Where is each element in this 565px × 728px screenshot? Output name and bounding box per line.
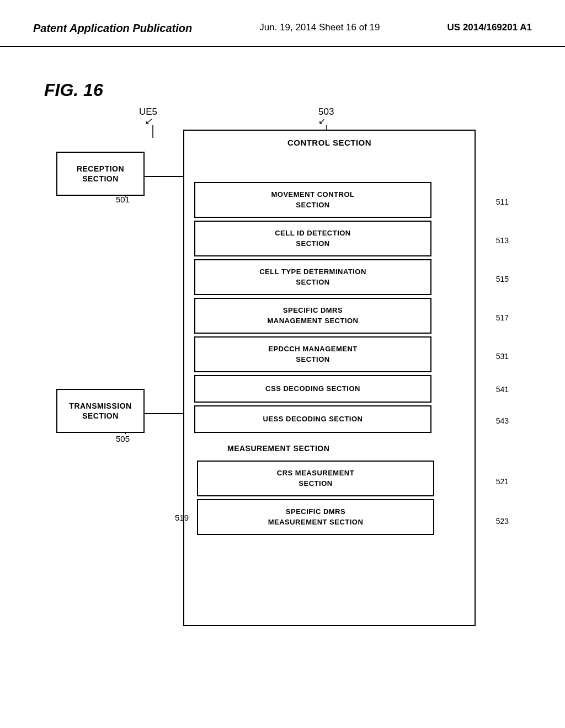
- main-content: FIG. 16: [0, 47, 565, 709]
- num-511: 511: [496, 197, 509, 206]
- num-531: 531: [496, 352, 509, 361]
- crs-measurement-section-box: CRS MEASUREMENT SECTION: [197, 461, 434, 496]
- num-517: 517: [496, 313, 509, 322]
- page-header: Patent Application Publication Jun. 19, …: [0, 0, 565, 47]
- num-505-label: 505: [116, 434, 130, 443]
- num-543: 543: [496, 416, 509, 425]
- specific-dmrs-measurement-section-box: SPECIFIC DMRS MEASUREMENT SECTION: [197, 499, 434, 535]
- num-513: 513: [496, 236, 509, 245]
- header-publication-label: Patent Application Publication: [33, 22, 192, 35]
- cell-type-determination-section-box: CELL TYPE DETERMINATION SECTION: [194, 259, 431, 295]
- ue5-arrow: ↙: [145, 116, 152, 126]
- header-date-sheet: Jun. 19, 2014 Sheet 16 of 19: [259, 22, 380, 33]
- epdcch-management-section-box: EPDCCH MANAGEMENT SECTION: [194, 336, 431, 372]
- num-523: 523: [496, 517, 509, 526]
- measurement-section-label: MEASUREMENT SECTION: [227, 444, 329, 453]
- num-501-label: 501: [116, 195, 130, 204]
- num-503-arrow: ↙: [318, 116, 326, 126]
- specific-dmrs-management-section-box: SPECIFIC DMRS MANAGEMENT SECTION: [194, 298, 431, 334]
- transmission-section-box: TRANSMISSION SECTION: [56, 389, 145, 433]
- css-decoding-section-box: CSS DECODING SECTION: [194, 375, 431, 403]
- num-515: 515: [496, 275, 509, 283]
- reception-section-box: RECEPTION SECTION: [56, 152, 145, 196]
- cell-id-detection-section-box: CELL ID DETECTION SECTION: [194, 221, 431, 256]
- uess-decoding-section-box: UESS DECODING SECTION: [194, 405, 431, 433]
- num-519-label: 519: [175, 513, 189, 522]
- movement-control-section-box: MOVEMENT CONTROL SECTION: [194, 182, 431, 218]
- num-521: 521: [496, 477, 509, 486]
- header-patent-number: US 2014/169201 A1: [447, 22, 532, 33]
- diagram: UE5 ↙ 503 ↙ RECEPTION SECTION 501 TRANSM…: [45, 97, 520, 692]
- num-541: 541: [496, 385, 509, 394]
